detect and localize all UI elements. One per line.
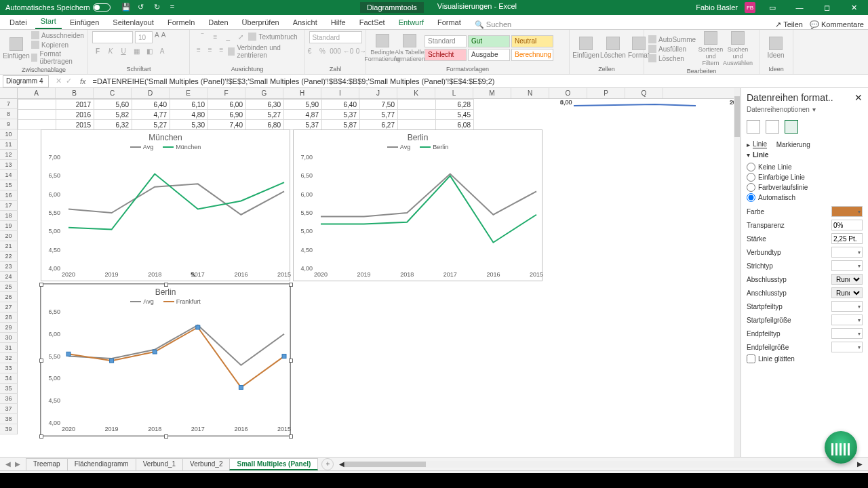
- tab-linie[interactable]: Linie: [753, 140, 767, 148]
- style-neutral[interactable]: Neutral: [511, 35, 553, 47]
- col-header[interactable]: L: [435, 88, 473, 98]
- col-header[interactable]: O: [549, 88, 587, 98]
- format-painter-button[interactable]: Format übertragen: [31, 50, 84, 65]
- tab-markierung[interactable]: Markierung: [776, 141, 810, 148]
- ideas-button[interactable]: Ideen: [764, 37, 788, 59]
- data-cell[interactable]: 5,45: [436, 110, 474, 120]
- row-header[interactable]: 17: [0, 201, 18, 211]
- orientation-icon[interactable]: ⤢: [235, 31, 246, 42]
- pane-close-icon[interactable]: ✕: [854, 92, 863, 103]
- undo-icon[interactable]: ↺: [138, 3, 147, 12]
- data-cell[interactable]: 5,27: [246, 110, 284, 120]
- minimize-icon[interactable]: —: [789, 3, 810, 12]
- delete-cells-button[interactable]: Löschen: [601, 37, 625, 59]
- chart-mini[interactable]: 5,00 4,00 0,00 2020 2019 2018 2017: [560, 99, 730, 194]
- row-header[interactable]: 28: [0, 312, 18, 323]
- row-header[interactable]: 30: [0, 333, 18, 343]
- row-header[interactable]: 14: [0, 170, 18, 180]
- line-radio[interactable]: [747, 163, 755, 171]
- autosave-toggle[interactable]: Automatisches Speichern: [0, 3, 116, 12]
- resize-handle[interactable]: [39, 434, 43, 439]
- col-header[interactable]: N: [511, 88, 549, 98]
- cond-format-button[interactable]: Bedingte Formatierung: [370, 34, 395, 62]
- chart-berlin[interactable]: BerlinAvgBerlin7,006,506,005,505,004,504…: [293, 129, 542, 281]
- row-header[interactable]: 11: [0, 140, 18, 150]
- ribbon-options-icon[interactable]: ▭: [762, 3, 783, 12]
- add-sheet-button[interactable]: +: [321, 458, 334, 470]
- sheet-tab[interactable]: Verbund_2: [182, 458, 230, 470]
- row-header[interactable]: 21: [0, 241, 18, 251]
- row-header[interactable]: 16: [0, 190, 18, 201]
- row-header[interactable]: 10: [0, 129, 18, 140]
- save-icon[interactable]: 💾: [121, 3, 131, 12]
- tab-datei[interactable]: Datei: [4, 17, 33, 29]
- sheet-tab[interactable]: Flächendiagramm: [67, 458, 136, 470]
- col-header[interactable]: C: [94, 88, 132, 98]
- horizontal-scrollbar[interactable]: ◀▶: [339, 460, 863, 468]
- row-header[interactable]: 36: [0, 394, 18, 404]
- pane-subtitle[interactable]: Datenreihenoptionen: [747, 106, 810, 113]
- row-header[interactable]: 15: [0, 180, 18, 190]
- resize-handle[interactable]: [289, 434, 293, 439]
- redo-icon[interactable]: ↻: [154, 3, 163, 12]
- currency-icon[interactable]: €: [304, 45, 315, 56]
- italic-icon[interactable]: K: [105, 45, 116, 56]
- col-header[interactable]: E: [170, 88, 208, 98]
- row-header[interactable]: 20: [0, 231, 18, 241]
- style-berechnung[interactable]: Berechnung: [511, 49, 553, 61]
- data-cell[interactable]: 5,87: [322, 120, 360, 130]
- select-all-corner[interactable]: [0, 88, 18, 98]
- tab-nav-next-icon[interactable]: ▶: [15, 460, 20, 468]
- tab-factset[interactable]: FactSet: [354, 17, 391, 29]
- row-header[interactable]: 23: [0, 262, 18, 272]
- join-type-select[interactable]: Rund: [831, 287, 863, 298]
- end-arrow-size[interactable]: [831, 342, 863, 352]
- data-cell[interactable]: 5,77: [360, 110, 398, 120]
- width-input[interactable]: [831, 233, 863, 244]
- line-radio[interactable]: [747, 193, 755, 202]
- enter-formula-icon[interactable]: ✓: [66, 77, 72, 85]
- underline-icon[interactable]: U: [118, 45, 129, 56]
- name-box[interactable]: Diagramm 4: [3, 75, 49, 87]
- vertical-scrollbar[interactable]: [734, 88, 741, 457]
- data-cell[interactable]: 5,37: [322, 110, 360, 120]
- row-header[interactable]: 18: [0, 211, 18, 221]
- data-cell[interactable]: 5,37: [284, 120, 322, 130]
- resize-handle[interactable]: [289, 283, 293, 287]
- dash-type-select[interactable]: [831, 260, 863, 271]
- data-cell[interactable]: [398, 100, 436, 110]
- row-header[interactable]: 24: [0, 272, 18, 282]
- fx-icon[interactable]: fx: [76, 77, 90, 85]
- data-cell[interactable]: 6,27: [360, 120, 398, 130]
- font-select[interactable]: [92, 31, 133, 43]
- col-header[interactable]: A: [18, 88, 56, 98]
- insert-cells-button[interactable]: Einfügen: [574, 37, 598, 59]
- row-header[interactable]: 25: [0, 282, 18, 292]
- data-cell[interactable]: 5,60: [94, 100, 132, 110]
- grow-font-icon[interactable]: A: [155, 31, 159, 43]
- align-left-icon[interactable]: ≡: [194, 44, 203, 55]
- color-picker[interactable]: [831, 206, 863, 217]
- line-radio[interactable]: [747, 173, 755, 182]
- data-cell[interactable]: 4,77: [132, 110, 170, 120]
- row-header[interactable]: 27: [0, 302, 18, 312]
- resize-handle[interactable]: [39, 359, 43, 363]
- section-line[interactable]: Linie: [753, 151, 768, 159]
- row-header[interactable]: 39: [0, 424, 18, 434]
- resize-handle[interactable]: [289, 359, 293, 363]
- row-header[interactable]: 37: [0, 404, 18, 414]
- data-cell[interactable]: 6,40: [132, 100, 170, 110]
- avatar[interactable]: FB: [745, 2, 755, 13]
- number-format[interactable]: Standard: [309, 31, 362, 43]
- percent-icon[interactable]: %: [317, 45, 328, 56]
- tab-daten[interactable]: Daten: [203, 17, 233, 29]
- row-header[interactable]: 12: [0, 150, 18, 160]
- data-cell[interactable]: 5,27: [132, 120, 170, 130]
- transparency-input[interactable]: [831, 220, 863, 230]
- data-cell[interactable]: 4,87: [284, 110, 322, 120]
- year-cell[interactable]: 2017: [56, 100, 94, 110]
- fill-color-icon[interactable]: ◧: [144, 45, 155, 56]
- align-center-icon[interactable]: ≡: [205, 44, 215, 55]
- tab-seitenlayout[interactable]: Seitenlayout: [107, 17, 159, 29]
- col-header[interactable]: K: [397, 88, 435, 98]
